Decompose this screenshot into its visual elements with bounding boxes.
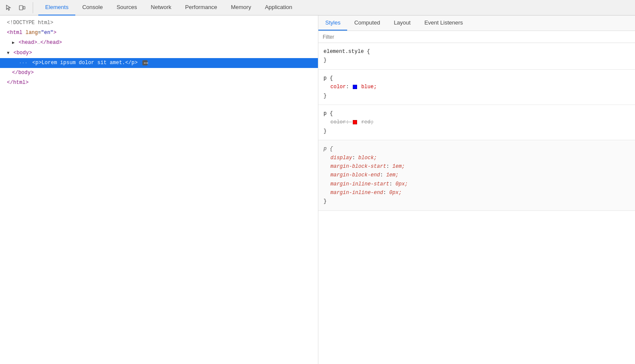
dom-head-line[interactable]: ▶ <head>…</head> [0,38,318,48]
tab-computed[interactable]: Computed [347,15,387,31]
dom-html-close-line: </html> [0,78,318,88]
device-icon[interactable] [16,2,28,13]
tab-performance[interactable]: Performance [178,0,224,15]
svg-rect-1 [23,6,25,9]
style-prop-margin-inline-end[interactable]: margin-inline-end: 0px; [324,188,630,197]
dom-doctype-line: <!DOCTYPE html> [0,18,318,28]
style-block-element: element.style { } [318,43,635,70]
tab-application[interactable]: Application [258,0,299,15]
color-swatch-blue[interactable] [353,85,357,89]
tab-styles[interactable]: Styles [318,15,347,31]
style-selector-p-blue[interactable]: p { [324,74,630,83]
style-block-p-red: p { color: red; } [318,105,635,140]
expand-head-triangle[interactable]: ▶ [12,40,15,45]
equals-badge: == [142,60,148,65]
tab-memory[interactable]: Memory [224,0,258,15]
style-prop-display[interactable]: display: block; [324,154,630,162]
style-block-p-blue: p { color: blue; } [318,70,635,105]
dom-panel[interactable]: <!DOCTYPE html> <html lang="en"> ▶ <head… [0,15,318,364]
style-block-p-inherited: p { display: block; margin-block-start: … [318,140,635,211]
style-prop-color-blue[interactable]: color: blue; [324,83,630,91]
style-prop-margin-block-start[interactable]: margin-block-start: 1em; [324,162,630,171]
svg-rect-0 [19,6,23,10]
dom-p-line[interactable]: ··· <p>Lorem ipsum dolor sit amet.</p> =… [0,58,318,68]
collapse-body-triangle[interactable]: ▼ [7,51,9,56]
style-prop-color-red[interactable]: color: red; [324,118,630,126]
tab-sources[interactable]: Sources [110,0,144,15]
cursor-icon[interactable] [3,2,15,13]
filter-input[interactable] [323,34,631,40]
devtools-main: <!DOCTYPE html> <html lang="en"> ▶ <head… [0,15,635,364]
styles-tabs: Styles Computed Layout Event Listeners [318,15,635,31]
styles-panel: Styles Computed Layout Event Listeners e… [318,15,635,364]
styles-content[interactable]: element.style { } p { color: blue; } [318,43,635,364]
style-prop-margin-block-end[interactable]: margin-block-end: 1em; [324,171,630,179]
style-close-element: } [324,56,630,65]
style-selector-element: element.style { [324,47,630,56]
main-tab-list: Elements Console Sources Network Perform… [38,0,299,15]
tab-elements[interactable]: Elements [38,0,75,15]
style-close-p-inherited: } [324,197,630,206]
dom-body-close-line: </body> [0,68,318,78]
tab-layout[interactable]: Layout [387,15,417,31]
dom-html-line[interactable]: <html lang="en"> [0,28,318,38]
style-close-p-blue: } [324,92,630,100]
style-prop-margin-inline-start[interactable]: margin-inline-start: 0px; [324,180,630,188]
tab-network[interactable]: Network [144,0,179,15]
style-selector-p-inherited[interactable]: p { [324,145,630,153]
dom-body-open-line[interactable]: ▼ <body> [0,48,318,58]
filter-bar [318,31,635,43]
tab-console[interactable]: Console [75,0,110,15]
devtools-toolbar: Elements Console Sources Network Perform… [0,0,635,15]
style-close-p-red: } [324,127,630,136]
toolbar-icons [3,2,33,13]
tab-event-listeners[interactable]: Event Listeners [417,15,470,31]
style-selector-p-red[interactable]: p { [324,109,630,118]
color-swatch-red[interactable] [353,120,357,124]
